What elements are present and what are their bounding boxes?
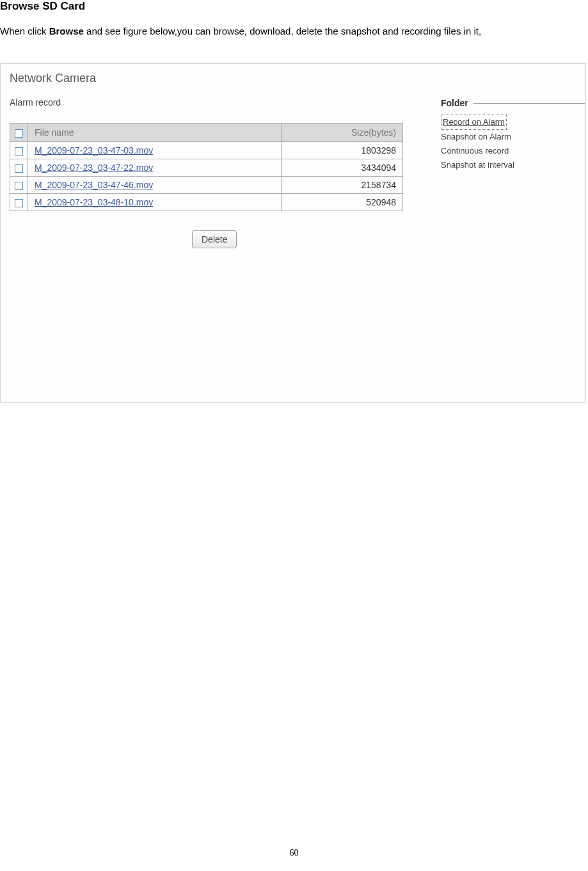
screenshot-figure: Network Camera Alarm record File name Si… bbox=[0, 63, 586, 403]
checkbox-icon[interactable] bbox=[15, 129, 23, 138]
row-checkbox[interactable] bbox=[10, 177, 28, 194]
folder-item-continuous-record[interactable]: Continuous record bbox=[441, 144, 585, 158]
table-row: M_2009-07-23_03-47-03.mov 1803298 bbox=[10, 142, 403, 159]
file-link[interactable]: M_2009-07-23_03-47-46.mov bbox=[35, 180, 153, 190]
folder-item-snapshot-on-alarm[interactable]: Snapshot on Alarm bbox=[441, 130, 585, 144]
row-checkbox[interactable] bbox=[10, 194, 28, 211]
folder-item-record-on-alarm[interactable]: Record on Alarm bbox=[441, 115, 585, 130]
delete-button[interactable]: Delete bbox=[192, 230, 237, 248]
page-title: Browse SD Card bbox=[0, 0, 588, 13]
size-cell: 520948 bbox=[282, 194, 403, 211]
file-link[interactable]: M_2009-07-23_03-47-22.mov bbox=[35, 163, 153, 173]
filename-cell: M_2009-07-23_03-47-03.mov bbox=[28, 142, 282, 159]
checkbox-icon[interactable] bbox=[15, 164, 23, 173]
side-panel-divider bbox=[473, 103, 585, 104]
section-heading: Alarm record bbox=[10, 97, 432, 108]
checkbox-icon[interactable] bbox=[15, 147, 23, 156]
filename-cell: M_2009-07-23_03-47-46.mov bbox=[28, 177, 282, 194]
file-link[interactable]: M_2009-07-23_03-47-03.mov bbox=[35, 145, 153, 156]
row-checkbox[interactable] bbox=[10, 159, 28, 177]
filename-cell: M_2009-07-23_03-47-22.mov bbox=[28, 159, 282, 177]
row-checkbox[interactable] bbox=[10, 142, 28, 159]
folder-item-label: Record on Alarm bbox=[441, 115, 507, 130]
header-checkbox-col[interactable] bbox=[10, 124, 28, 142]
intro-prefix: When click bbox=[0, 26, 49, 36]
filename-cell: M_2009-07-23_03-48-10.mov bbox=[28, 194, 282, 211]
file-table: File name Size(bytes) M_2009-07-23_03-47… bbox=[10, 123, 403, 211]
side-panel-header: Folder bbox=[441, 97, 585, 108]
checkbox-icon[interactable] bbox=[15, 199, 23, 207]
page-number: 60 bbox=[0, 848, 588, 858]
side-panel-title: Folder bbox=[441, 98, 473, 108]
checkbox-icon[interactable] bbox=[15, 182, 23, 190]
main-panel: Alarm record File name Size(bytes) M_200… bbox=[10, 97, 432, 248]
intro-suffix: and see figure below,you can browse, dow… bbox=[84, 26, 481, 36]
size-cell: 1803298 bbox=[282, 142, 403, 159]
size-cell: 3434094 bbox=[282, 159, 403, 177]
table-header-row: File name Size(bytes) bbox=[10, 124, 403, 142]
table-row: M_2009-07-23_03-47-46.mov 2158734 bbox=[10, 177, 403, 194]
header-size: Size(bytes) bbox=[282, 124, 403, 142]
side-panel: Folder Record on Alarm Snapshot on Alarm… bbox=[441, 97, 585, 172]
intro-bold: Browse bbox=[49, 26, 84, 36]
size-cell: 2158734 bbox=[282, 177, 403, 194]
app-title: Network Camera bbox=[10, 72, 96, 85]
table-row: M_2009-07-23_03-47-22.mov 3434094 bbox=[10, 159, 403, 177]
file-link[interactable]: M_2009-07-23_03-48-10.mov bbox=[35, 197, 153, 207]
folder-list: Record on Alarm Snapshot on Alarm Contin… bbox=[441, 115, 585, 172]
table-row: M_2009-07-23_03-48-10.mov 520948 bbox=[10, 194, 403, 211]
intro-text: When click Browse and see figure below,y… bbox=[0, 24, 588, 38]
header-filename: File name bbox=[28, 124, 282, 142]
folder-item-snapshot-at-interval[interactable]: Snapshot at interval bbox=[441, 158, 585, 172]
